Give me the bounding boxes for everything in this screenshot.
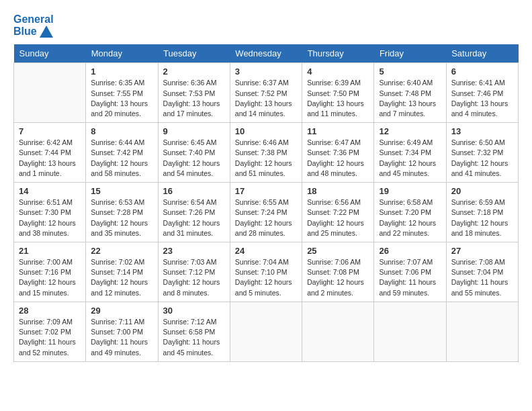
- day-number: 4: [307, 66, 369, 77]
- calendar-cell: 15 Sunrise: 6:53 AM Sunset: 7:28 PM Dayl…: [86, 183, 158, 242]
- day-number: 29: [91, 306, 152, 316]
- day-number: 24: [235, 246, 297, 256]
- day-number: 16: [163, 186, 225, 196]
- weekday-header: Thursday: [302, 44, 374, 63]
- calendar-week-row: 7 Sunrise: 6:42 AM Sunset: 7:44 PM Dayli…: [14, 123, 519, 183]
- calendar-table: SundayMondayTuesdayWednesdayThursdayFrid…: [13, 44, 519, 361]
- day-info: Sunrise: 6:36 AM Sunset: 7:53 PM Dayligh…: [163, 78, 225, 119]
- day-number: 20: [451, 186, 513, 196]
- day-number: 17: [235, 186, 297, 196]
- day-number: 11: [307, 126, 369, 136]
- day-info: Sunrise: 6:44 AM Sunset: 7:42 PM Dayligh…: [91, 138, 152, 179]
- calendar-cell: [230, 302, 302, 361]
- weekday-header: Sunday: [14, 44, 86, 63]
- day-number: 12: [379, 126, 441, 136]
- day-info: Sunrise: 6:59 AM Sunset: 7:18 PM Dayligh…: [451, 197, 513, 238]
- day-info: Sunrise: 6:41 AM Sunset: 7:46 PM Dayligh…: [451, 78, 513, 119]
- day-info: Sunrise: 6:46 AM Sunset: 7:38 PM Dayligh…: [235, 138, 297, 179]
- calendar-cell: [14, 63, 86, 123]
- calendar-week-row: 14 Sunrise: 6:51 AM Sunset: 7:30 PM Dayl…: [14, 183, 519, 242]
- weekday-header: Monday: [86, 44, 158, 63]
- day-number: 28: [19, 306, 81, 316]
- day-number: 10: [235, 126, 297, 136]
- svg-marker-0: [40, 26, 53, 38]
- calendar-cell: 24 Sunrise: 7:04 AM Sunset: 7:10 PM Dayl…: [230, 242, 302, 302]
- calendar-cell: 23 Sunrise: 7:03 AM Sunset: 7:12 PM Dayl…: [158, 242, 230, 302]
- day-number: 9: [163, 126, 225, 136]
- logo-triangle-icon: [40, 26, 53, 38]
- calendar-cell: 25 Sunrise: 7:06 AM Sunset: 7:08 PM Dayl…: [302, 242, 374, 302]
- day-info: Sunrise: 6:58 AM Sunset: 7:20 PM Dayligh…: [379, 197, 441, 238]
- day-info: Sunrise: 6:49 AM Sunset: 7:34 PM Dayligh…: [379, 138, 441, 179]
- day-info: Sunrise: 7:06 AM Sunset: 7:08 PM Dayligh…: [307, 257, 369, 298]
- calendar-cell: 6 Sunrise: 6:41 AM Sunset: 7:46 PM Dayli…: [446, 63, 518, 123]
- calendar-cell: 4 Sunrise: 6:39 AM Sunset: 7:50 PM Dayli…: [302, 63, 374, 123]
- day-number: 18: [307, 186, 369, 196]
- weekday-header: Wednesday: [230, 44, 302, 63]
- day-number: 26: [379, 246, 441, 256]
- calendar-cell: 19 Sunrise: 6:58 AM Sunset: 7:20 PM Dayl…: [374, 183, 446, 242]
- calendar-cell: 21 Sunrise: 7:00 AM Sunset: 7:16 PM Dayl…: [14, 242, 86, 302]
- day-info: Sunrise: 6:47 AM Sunset: 7:36 PM Dayligh…: [307, 138, 369, 179]
- day-number: 13: [451, 126, 513, 136]
- day-number: 15: [91, 186, 152, 196]
- day-info: Sunrise: 6:39 AM Sunset: 7:50 PM Dayligh…: [307, 78, 369, 119]
- logo: General Blue: [13, 13, 54, 38]
- calendar-cell: [446, 302, 518, 361]
- calendar-cell: 2 Sunrise: 6:36 AM Sunset: 7:53 PM Dayli…: [158, 63, 230, 123]
- day-info: Sunrise: 6:53 AM Sunset: 7:28 PM Dayligh…: [91, 197, 152, 238]
- header: General Blue: [13, 13, 519, 38]
- day-info: Sunrise: 7:09 AM Sunset: 7:02 PM Dayligh…: [19, 317, 81, 358]
- calendar-cell: 17 Sunrise: 6:55 AM Sunset: 7:24 PM Dayl…: [230, 183, 302, 242]
- day-number: 2: [163, 66, 225, 77]
- day-info: Sunrise: 7:02 AM Sunset: 7:14 PM Dayligh…: [91, 257, 152, 298]
- calendar-cell: 30 Sunrise: 7:12 AM Sunset: 6:58 PM Dayl…: [158, 302, 230, 361]
- calendar-cell: 28 Sunrise: 7:09 AM Sunset: 7:02 PM Dayl…: [14, 302, 86, 361]
- day-number: 8: [91, 126, 152, 136]
- weekday-header-row: SundayMondayTuesdayWednesdayThursdayFrid…: [14, 44, 519, 63]
- logo-line1: General: [13, 13, 54, 26]
- calendar-cell: 10 Sunrise: 6:46 AM Sunset: 7:38 PM Dayl…: [230, 123, 302, 183]
- weekday-header: Saturday: [446, 44, 518, 63]
- calendar-cell: 18 Sunrise: 6:56 AM Sunset: 7:22 PM Dayl…: [302, 183, 374, 242]
- day-number: 30: [163, 306, 225, 316]
- day-info: Sunrise: 6:55 AM Sunset: 7:24 PM Dayligh…: [235, 197, 297, 238]
- calendar-cell: 8 Sunrise: 6:44 AM Sunset: 7:42 PM Dayli…: [86, 123, 158, 183]
- logo-line2: Blue: [13, 26, 54, 38]
- day-number: 5: [379, 66, 441, 77]
- day-info: Sunrise: 7:11 AM Sunset: 7:00 PM Dayligh…: [91, 317, 152, 358]
- weekday-header: Tuesday: [158, 44, 230, 63]
- day-info: Sunrise: 6:40 AM Sunset: 7:48 PM Dayligh…: [379, 78, 441, 119]
- day-info: Sunrise: 6:45 AM Sunset: 7:40 PM Dayligh…: [163, 138, 225, 179]
- day-number: 6: [451, 66, 513, 77]
- day-info: Sunrise: 6:42 AM Sunset: 7:44 PM Dayligh…: [19, 138, 81, 179]
- calendar-week-row: 1 Sunrise: 6:35 AM Sunset: 7:55 PM Dayli…: [14, 63, 519, 123]
- calendar-week-row: 28 Sunrise: 7:09 AM Sunset: 7:02 PM Dayl…: [14, 302, 519, 361]
- day-number: 14: [19, 186, 81, 196]
- day-number: 25: [307, 246, 369, 256]
- calendar-cell: 1 Sunrise: 6:35 AM Sunset: 7:55 PM Dayli…: [86, 63, 158, 123]
- calendar-cell: 3 Sunrise: 6:37 AM Sunset: 7:52 PM Dayli…: [230, 63, 302, 123]
- calendar-cell: [302, 302, 374, 361]
- day-info: Sunrise: 6:56 AM Sunset: 7:22 PM Dayligh…: [307, 197, 369, 238]
- day-number: 1: [91, 66, 152, 77]
- calendar-cell: 16 Sunrise: 6:54 AM Sunset: 7:26 PM Dayl…: [158, 183, 230, 242]
- calendar-cell: 9 Sunrise: 6:45 AM Sunset: 7:40 PM Dayli…: [158, 123, 230, 183]
- calendar-cell: 14 Sunrise: 6:51 AM Sunset: 7:30 PM Dayl…: [14, 183, 86, 242]
- day-number: 3: [235, 66, 297, 77]
- day-info: Sunrise: 7:12 AM Sunset: 6:58 PM Dayligh…: [163, 317, 225, 358]
- day-info: Sunrise: 7:07 AM Sunset: 7:06 PM Dayligh…: [379, 257, 441, 298]
- calendar-cell: 7 Sunrise: 6:42 AM Sunset: 7:44 PM Dayli…: [14, 123, 86, 183]
- day-info: Sunrise: 7:08 AM Sunset: 7:04 PM Dayligh…: [451, 257, 513, 298]
- calendar-cell: 27 Sunrise: 7:08 AM Sunset: 7:04 PM Dayl…: [446, 242, 518, 302]
- calendar-cell: 13 Sunrise: 6:50 AM Sunset: 7:32 PM Dayl…: [446, 123, 518, 183]
- calendar-cell: 20 Sunrise: 6:59 AM Sunset: 7:18 PM Dayl…: [446, 183, 518, 242]
- day-info: Sunrise: 6:54 AM Sunset: 7:26 PM Dayligh…: [163, 197, 225, 238]
- day-info: Sunrise: 6:37 AM Sunset: 7:52 PM Dayligh…: [235, 78, 297, 119]
- day-number: 19: [379, 186, 441, 196]
- day-info: Sunrise: 7:03 AM Sunset: 7:12 PM Dayligh…: [163, 257, 225, 298]
- day-number: 23: [163, 246, 225, 256]
- calendar-cell: 26 Sunrise: 7:07 AM Sunset: 7:06 PM Dayl…: [374, 242, 446, 302]
- calendar-cell: 22 Sunrise: 7:02 AM Sunset: 7:14 PM Dayl…: [86, 242, 158, 302]
- calendar-week-row: 21 Sunrise: 7:00 AM Sunset: 7:16 PM Dayl…: [14, 242, 519, 302]
